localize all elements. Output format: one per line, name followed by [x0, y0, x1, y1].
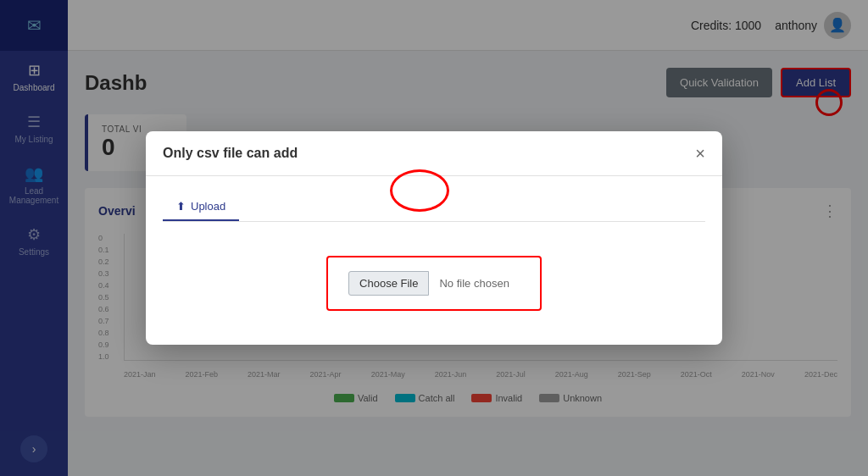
file-input-area: Choose File No file chosen: [163, 256, 705, 311]
modal-overlay: Only csv file can add × ⬆ Upload Choose …: [0, 0, 868, 476]
tab-upload-label: Upload: [191, 200, 225, 213]
upload-icon: ⬆: [176, 200, 186, 213]
no-file-label: No file chosen: [429, 272, 519, 295]
file-input-box: Choose File No file chosen: [326, 256, 542, 311]
modal-header: Only csv file can add ×: [146, 131, 722, 176]
modal-title: Only csv file can add: [163, 146, 298, 161]
tab-bar: ⬆ Upload: [163, 193, 705, 222]
modal-close-button[interactable]: ×: [695, 145, 705, 162]
choose-file-button[interactable]: Choose File: [348, 271, 429, 296]
tab-upload[interactable]: ⬆ Upload: [163, 193, 239, 221]
upload-modal: Only csv file can add × ⬆ Upload Choose …: [146, 131, 722, 345]
modal-body: ⬆ Upload Choose File No file chosen: [146, 176, 722, 345]
